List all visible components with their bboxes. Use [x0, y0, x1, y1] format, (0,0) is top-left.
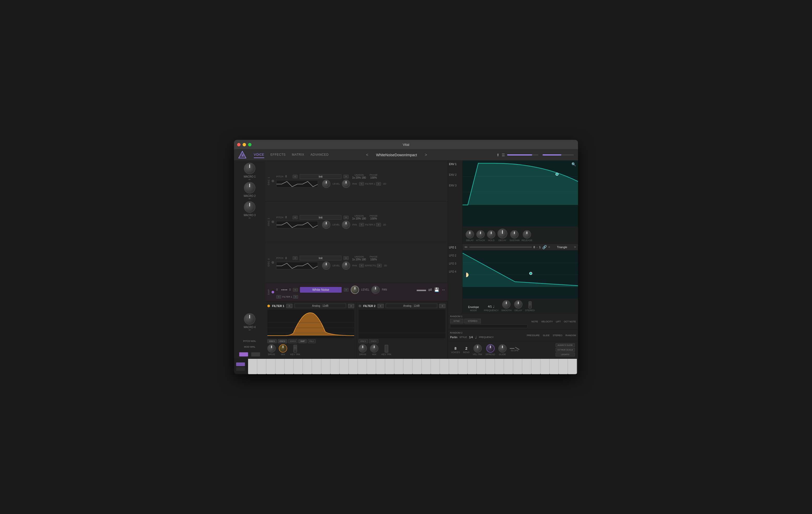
macro4-knob[interactable]	[244, 313, 255, 325]
env-attack-knob[interactable]	[476, 230, 485, 239]
smp-save-icon[interactable]: 💾	[434, 287, 439, 292]
spread-knob[interactable]	[486, 344, 495, 353]
osc2-pan-knob[interactable]	[342, 220, 350, 229]
tab-matrix[interactable]: MATRIX	[292, 152, 304, 158]
filter1-type-prev[interactable]: <	[286, 304, 292, 308]
key-white[interactable]	[367, 359, 376, 374]
osc1-filter-prev[interactable]: <	[359, 182, 364, 186]
lfo-shape-next[interactable]: >	[574, 245, 576, 249]
key-white[interactable]	[568, 359, 577, 374]
smp-filter-next[interactable]: >	[293, 295, 298, 299]
key-white[interactable]	[394, 359, 403, 374]
filter2-keytrk-slider[interactable]	[385, 345, 388, 353]
filter1-type-next[interactable]: >	[348, 304, 354, 308]
vel-trk-knob[interactable]	[473, 344, 482, 353]
env1-label[interactable]: ENV 1	[449, 163, 461, 165]
key-white[interactable]	[431, 359, 440, 374]
octave-scale-btn[interactable]: OCTAVE SCALE	[556, 348, 575, 352]
output-bar[interactable]	[543, 154, 574, 155]
glide-knob[interactable]	[498, 344, 506, 353]
key-white[interactable]	[559, 359, 568, 374]
key-white[interactable]	[486, 359, 495, 374]
smp-pan-knob[interactable]	[371, 285, 380, 294]
minimize-button[interactable]	[242, 143, 246, 146]
osc1-level-knob[interactable]	[322, 180, 330, 188]
env-delay-knob[interactable]	[466, 230, 474, 239]
macro1-knob[interactable]	[244, 163, 255, 174]
kb-btn2[interactable]	[236, 367, 245, 371]
osc1-dot[interactable]	[271, 180, 274, 182]
key-white[interactable]	[285, 359, 294, 374]
osc2-preset-next[interactable]: >	[344, 216, 348, 219]
lfo-delay-knob[interactable]	[514, 300, 522, 308]
key-white[interactable]	[449, 359, 458, 374]
osc3-dot[interactable]	[271, 261, 274, 264]
kb-btn1[interactable]	[236, 362, 245, 366]
smp-preset-next[interactable]: >	[344, 288, 349, 292]
key-white[interactable]	[276, 359, 285, 374]
tab-effects[interactable]: EFFECTS	[270, 152, 286, 158]
key-white[interactable]	[403, 359, 412, 374]
menu-icon[interactable]: ☰	[502, 153, 505, 157]
filter1-drive-knob[interactable]	[267, 344, 276, 353]
filter2-osc2-btn[interactable]: OSC2	[369, 339, 378, 343]
key-white[interactable]	[504, 359, 513, 374]
lfo-position-bar[interactable]	[469, 247, 532, 248]
key-white[interactable]	[495, 359, 504, 374]
lfo-stereo-slider[interactable]	[528, 301, 531, 308]
key-white[interactable]	[458, 359, 467, 374]
key-white[interactable]	[266, 359, 276, 374]
random1-stereo-btn[interactable]: STEREO	[464, 319, 481, 323]
key-white[interactable]	[467, 359, 476, 374]
osc3-filter-prev[interactable]: <	[359, 264, 364, 267]
smp-arrows-icon[interactable]: ↔	[441, 288, 445, 292]
macro4-edit[interactable]: ✏	[249, 329, 251, 331]
key-white[interactable]	[513, 359, 522, 374]
smp-level-knob[interactable]	[351, 285, 359, 294]
key-white[interactable]	[303, 359, 312, 374]
filter1-mix-knob[interactable]	[279, 344, 287, 353]
env-hold-knob[interactable]	[487, 230, 495, 239]
env-release-knob[interactable]	[523, 230, 531, 239]
key-white[interactable]	[412, 359, 422, 374]
volume-bar[interactable]	[507, 154, 539, 155]
filter2-type-prev[interactable]: <	[378, 304, 384, 308]
next-preset-button[interactable]: >	[425, 153, 427, 157]
env3-label[interactable]: ENV 3	[449, 184, 461, 187]
macro2-edit[interactable]: ✏	[249, 198, 251, 200]
key-white[interactable]	[312, 359, 321, 374]
smp-preset-prev[interactable]: <	[293, 288, 298, 292]
osc2-filter-prev[interactable]: <	[359, 223, 364, 226]
osc3-preset-next[interactable]: >	[344, 256, 348, 260]
filter2-osc1-btn[interactable]: OSC1	[358, 339, 368, 343]
lfo4-label[interactable]: LFO 4	[449, 270, 461, 273]
macro3-knob[interactable]	[244, 201, 255, 213]
osc2-dot[interactable]	[271, 220, 274, 223]
env-search-icon[interactable]: 🔍	[572, 162, 576, 167]
key-white[interactable]	[376, 359, 385, 374]
osc3-pan-knob[interactable]	[342, 262, 350, 270]
key-white[interactable]	[385, 359, 394, 374]
key-white[interactable]	[440, 359, 449, 374]
random1-sync-btn[interactable]: SYNC	[450, 319, 463, 323]
lfo-shape-prev[interactable]: <	[548, 245, 550, 249]
macro3-edit[interactable]: ✏	[249, 217, 251, 219]
smp-filter-prev[interactable]: <	[276, 295, 281, 299]
filter1-smp-btn[interactable]: SMP	[298, 339, 307, 343]
filter2-mix-knob[interactable]	[370, 344, 378, 353]
lfo-link-icon[interactable]: 🔗	[542, 245, 547, 249]
env-sustain-knob[interactable]	[510, 230, 519, 239]
always-glide-btn[interactable]: ALWAYS GLIDE	[556, 343, 575, 347]
smp-shuffle-icon[interactable]: ⇌	[428, 287, 432, 293]
osc2-preset-prev[interactable]: <	[293, 216, 298, 219]
env2-label[interactable]: ENV 2	[449, 174, 461, 176]
key-white[interactable]	[422, 359, 431, 374]
key-white[interactable]	[476, 359, 486, 374]
macro1-edit[interactable]: ✏	[249, 178, 251, 181]
filter1-osc2-btn[interactable]: OSC2	[278, 339, 287, 343]
key-white[interactable]	[358, 359, 367, 374]
prev-preset-button[interactable]: <	[366, 153, 368, 157]
key-white[interactable]	[522, 359, 531, 374]
osc1-pan-knob[interactable]	[342, 180, 350, 188]
filter1-fil2-btn[interactable]: FIL2	[308, 339, 316, 343]
